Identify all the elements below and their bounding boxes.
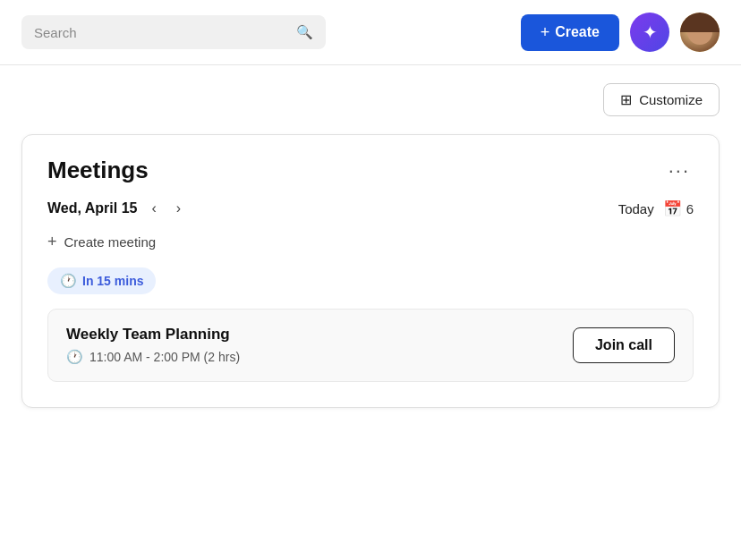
today-label: Today	[618, 201, 654, 216]
create-button[interactable]: + Create	[521, 14, 619, 51]
date-label: Wed, April 15	[47, 200, 137, 216]
customize-row: ⊞ Customize	[21, 83, 720, 116]
search-icon: 🔍	[296, 24, 313, 40]
more-options-icon: ···	[669, 159, 690, 182]
meeting-item: Weekly Team Planning 🕐 11:00 AM - 2:00 P…	[47, 309, 694, 382]
next-arrow-icon: ›	[176, 200, 181, 216]
date-left: Wed, April 15 ‹ ›	[47, 199, 186, 218]
header: Search 🔍 + Create ✦	[0, 0, 741, 65]
meetings-title: Meetings	[47, 157, 149, 184]
time-clock-icon: 🕐	[66, 349, 83, 365]
meetings-header: Meetings ···	[47, 157, 694, 184]
create-meeting-plus-icon: +	[47, 233, 57, 251]
calendar-icon: 📅	[663, 199, 682, 218]
meeting-time: 🕐 11:00 AM - 2:00 PM (2 hrs)	[66, 349, 240, 365]
create-label: Create	[555, 24, 600, 40]
clock-badge-icon: 🕐	[60, 273, 77, 289]
avatar-image	[680, 13, 720, 52]
create-meeting-label: Create meeting	[64, 234, 157, 250]
time-badge: 🕐 In 15 mins	[47, 267, 156, 294]
today-button[interactable]: Today	[618, 201, 654, 216]
customize-label: Customize	[639, 92, 703, 107]
create-meeting-row[interactable]: + Create meeting	[47, 233, 694, 251]
search-bar[interactable]: Search 🔍	[21, 15, 326, 49]
meeting-time-text: 11:00 AM - 2:00 PM (2 hrs)	[89, 350, 240, 364]
next-date-button[interactable]: ›	[171, 199, 186, 218]
prev-arrow-icon: ‹	[151, 200, 156, 216]
meetings-card: Meetings ··· Wed, April 15 ‹ › Today	[21, 134, 720, 408]
prev-date-button[interactable]: ‹	[146, 199, 161, 218]
meeting-info: Weekly Team Planning 🕐 11:00 AM - 2:00 P…	[66, 326, 240, 365]
time-badge-label: In 15 mins	[82, 274, 143, 288]
create-plus-icon: +	[541, 23, 550, 42]
main-content: ⊞ Customize Meetings ··· Wed, April 15 ‹…	[0, 65, 741, 426]
calendar-count-number: 6	[686, 201, 694, 216]
more-options-button[interactable]: ···	[665, 159, 694, 182]
customize-button[interactable]: ⊞ Customize	[603, 83, 720, 116]
join-call-button[interactable]: Join call	[573, 327, 675, 363]
avatar[interactable]	[680, 13, 720, 52]
grid-icon: ⊞	[620, 91, 632, 108]
ai-sparkle-icon: ✦	[643, 21, 658, 43]
meeting-name: Weekly Team Planning	[66, 326, 240, 344]
date-row: Wed, April 15 ‹ › Today 📅 6	[47, 199, 694, 218]
join-call-label: Join call	[595, 337, 652, 352]
date-right: Today 📅 6	[618, 199, 694, 218]
calendar-count: 📅 6	[663, 199, 694, 218]
search-text: Search	[34, 25, 77, 40]
ai-button[interactable]: ✦	[630, 13, 669, 52]
